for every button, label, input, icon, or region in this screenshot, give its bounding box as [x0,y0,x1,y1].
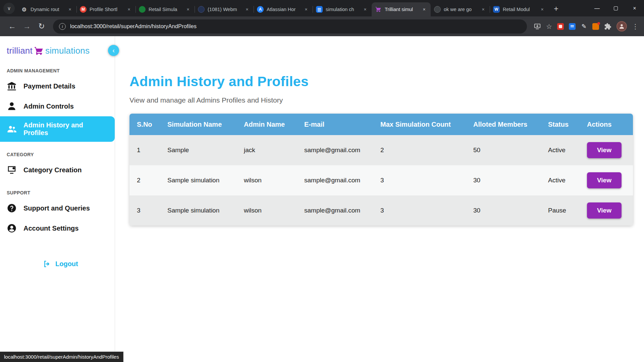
status-badge: Active [541,165,580,195]
cell-email: sample@gmail.com [297,135,373,165]
column-header-email: E-mail [297,114,373,135]
cell-max-count: 2 [373,135,466,165]
cart-icon [34,46,44,56]
tab-label: Retail Simula [149,7,183,12]
cell-alloted-members: 30 [466,165,541,195]
extensions-puzzle-icon[interactable] [604,23,611,30]
sidebar-item-admin-history-profiles[interactable]: Admin History and Profiles [0,116,115,142]
tab-label: Retail Modul [503,7,537,12]
cell-max-count: 3 [373,195,466,226]
view-button[interactable]: View [587,142,622,158]
cell-email: sample@gmail.com [297,165,373,195]
tab-label: Atlassian Hor [267,7,301,12]
table-row: 3 Sample simulation wilson sample@gmail.… [129,195,633,226]
extension-icon-1[interactable] [557,23,564,30]
cell-alloted-members: 50 [466,135,541,165]
tab-favicon: W [493,6,500,13]
bank-icon [7,81,17,91]
tab-close-icon[interactable]: × [362,6,368,13]
tab-close-icon[interactable]: × [185,6,191,13]
sidebar-item-payment-details[interactable]: Payment Details [0,76,115,96]
browser-tab-ok-we-are-go[interactable]: ok we are go × [431,2,490,16]
tab-label: simulation ch [326,7,360,12]
tab-close-icon[interactable]: × [126,6,132,13]
browser-tab-simulation-chat[interactable]: simulation ch × [313,2,372,16]
account-circle-icon [7,223,17,233]
logout-icon [43,260,51,268]
column-header-simulation-name: Simulation Name [160,114,236,135]
window-controls: — × [588,0,644,16]
browser-tab-dynamic-rout[interactable]: ⚙ Dynamic rout × [17,2,76,16]
sidebar-collapse-button[interactable]: ‹ [108,45,119,56]
tab-strip: ⚙ Dynamic rout × M Profile Shortl × Reta… [17,2,549,16]
chevron-down-icon: ∨ [7,5,11,11]
site-info-icon[interactable]: i [59,23,66,30]
tab-favicon: M [80,6,87,13]
profile-avatar[interactable] [616,21,627,32]
logout-button[interactable]: Logout [43,260,115,268]
cell-sno: 1 [129,135,160,165]
view-button[interactable]: View [587,172,622,188]
browser-tab-profile-shortlist[interactable]: M Profile Shortl × [76,2,136,16]
tab-close-icon[interactable]: × [480,6,486,13]
cell-admin-name: wilson [236,165,297,195]
tab-favicon: ⚙ [21,6,28,13]
app-window: ‹ trilliant simulations ADMIN MANAGEMENT… [0,36,644,362]
sidebar-item-label: Admin Controls [23,103,74,110]
new-tab-button[interactable]: + [550,3,562,15]
install-app-icon[interactable] [534,23,541,30]
sidebar-item-label: Account Settings [23,225,78,232]
sidebar: ‹ trilliant simulations ADMIN MANAGEMENT… [0,36,115,362]
extension-pencil-icon[interactable]: ✎ [581,23,587,30]
url-text: localhost:3000/retail/superAdmin/history… [70,23,197,29]
tab-favicon [139,6,146,13]
back-button[interactable]: ← [5,20,19,33]
tab-close-icon[interactable]: × [421,6,427,13]
tab-close-icon[interactable]: × [539,6,545,13]
browser-tab-webmail[interactable]: (1081) Webm × [195,2,254,16]
close-window-button[interactable]: × [625,0,644,16]
browser-toolbar: ← → ↻ i localhost:3000/retail/superAdmin… [0,16,644,36]
tab-close-icon[interactable]: × [67,6,73,13]
sidebar-item-category-creation[interactable]: Category Creation [0,160,115,180]
browser-tab-retail-simulation[interactable]: Retail Simula × [136,2,195,16]
tab-favicon [198,6,205,13]
table-row: 2 Sample simulation wilson sample@gmail.… [129,165,633,195]
extension-icon-4[interactable] [592,23,599,30]
chevron-left-icon: ‹ [112,47,115,54]
cell-simulation-name: Sample [160,135,236,165]
tab-close-icon[interactable]: × [244,6,250,13]
section-label-admin-management: ADMIN MANAGEMENT [7,68,108,73]
browser-menu-icon[interactable]: ⋮ [632,22,639,31]
group-icon [7,124,17,134]
cell-alloted-members: 30 [466,195,541,226]
column-header-admin-name: Admin Name [236,114,297,135]
view-button[interactable]: View [587,202,622,219]
cell-admin-name: wilson [236,195,297,226]
tab-search-button[interactable]: ∨ [3,3,15,14]
tab-close-icon[interactable]: × [303,6,309,13]
browser-tab-retail-module-doc[interactable]: W Retail Modul × [490,2,549,16]
forward-button[interactable]: → [20,20,34,33]
reload-button[interactable]: ↻ [35,20,48,33]
maximize-button[interactable] [606,0,625,16]
sidebar-item-admin-controls[interactable]: Admin Controls [0,96,115,116]
tab-favicon [434,6,441,13]
sidebar-item-account-settings[interactable]: Account Settings [0,218,115,238]
admin-person-icon [7,101,17,111]
page-title: Admin History and Profiles [129,74,644,89]
sidebar-item-label: Support and Queries [23,204,90,212]
address-bar[interactable]: i localhost:3000/retail/superAdmin/histo… [53,19,527,34]
sidebar-item-label: Payment Details [23,82,75,90]
column-header-max-simulation-count: Max Simulation Count [373,114,466,135]
link-status-tooltip: localhost:3000/retail/superAdmin/history… [0,352,123,362]
sidebar-item-label: Category Creation [23,166,82,174]
minimize-button[interactable]: — [588,0,606,16]
bookmark-star-icon[interactable]: ☆ [546,22,552,31]
category-gear-icon [7,165,17,175]
column-header-sno: S.No [129,114,160,135]
extension-icon-2[interactable] [569,23,576,30]
browser-tab-atlassian[interactable]: A Atlassian Hor × [254,2,313,16]
browser-tab-trilliant-active[interactable]: Trilliant simul × [372,2,431,16]
sidebar-item-support-queries[interactable]: Support and Queries [0,198,115,218]
